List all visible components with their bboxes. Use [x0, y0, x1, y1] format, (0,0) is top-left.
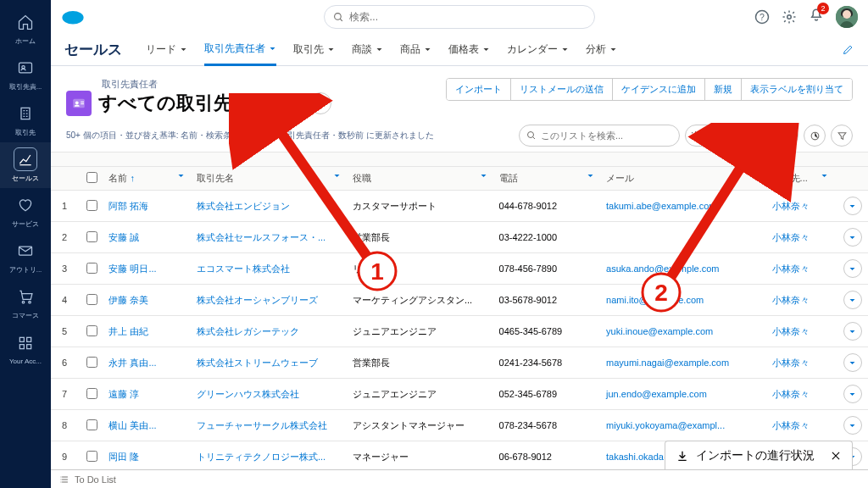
- list-settings-button[interactable]: [685, 125, 717, 147]
- cell-name[interactable]: 永井 真由...: [108, 358, 156, 368]
- pin-list-button[interactable]: [309, 92, 331, 114]
- inline-edit-button[interactable]: [776, 125, 798, 147]
- close-icon[interactable]: [830, 450, 842, 462]
- row-checkbox[interactable]: [78, 410, 105, 441]
- cell-owner[interactable]: 小林奈々: [772, 295, 810, 305]
- user-avatar[interactable]: [836, 6, 858, 28]
- cell-email[interactable]: jun.endo@example.com: [606, 389, 707, 399]
- cell-name[interactable]: 伊藤 奈美: [108, 295, 148, 305]
- tab-3[interactable]: 商談: [352, 34, 383, 66]
- vnav-sales[interactable]: セールス: [0, 142, 51, 188]
- cell-owner[interactable]: 小林奈々: [772, 232, 810, 242]
- setup-gear-icon[interactable]: [782, 9, 797, 25]
- col-4[interactable]: メール: [603, 167, 769, 191]
- action-2[interactable]: ケイデンスに追加: [613, 79, 705, 100]
- action-0[interactable]: インポート: [447, 79, 511, 100]
- cell-name[interactable]: 横山 美由...: [108, 420, 156, 430]
- cell-email[interactable]: mayumi.nagai@example.com: [606, 358, 729, 368]
- global-search-input[interactable]: [349, 11, 586, 23]
- row-menu-button[interactable]: [843, 291, 862, 309]
- vnav-youracc[interactable]: Your Acc...: [0, 325, 51, 371]
- row-checkbox[interactable]: [78, 285, 105, 316]
- row-menu-button[interactable]: [843, 259, 862, 278]
- cell-name[interactable]: 阿部 拓海: [108, 201, 148, 211]
- tab-2[interactable]: 取引先: [293, 34, 335, 66]
- vnav-service[interactable]: サービス: [0, 188, 51, 234]
- help-icon[interactable]: ?: [754, 9, 770, 25]
- tab-5[interactable]: 価格表: [448, 34, 490, 66]
- col-3[interactable]: 電話: [496, 167, 604, 191]
- cell-account[interactable]: フューチャーサークル株式会社: [197, 420, 327, 430]
- vnav-commerce[interactable]: コマース: [0, 280, 51, 325]
- cell-owner[interactable]: 小林奈々: [772, 420, 810, 430]
- row-menu-button[interactable]: [843, 385, 862, 403]
- cell-account[interactable]: トリニティテクノロジー株式...: [197, 452, 326, 462]
- cell-email[interactable]: miyuki.yokoyama@exampl...: [606, 420, 725, 430]
- tab-7[interactable]: 分析: [586, 34, 617, 66]
- refresh-button[interactable]: [749, 125, 771, 147]
- vnav-contacts[interactable]: 取引先責...: [0, 51, 51, 97]
- cell-email[interactable]: takumi.abe@example.com: [606, 201, 716, 211]
- row-menu-button[interactable]: [843, 322, 862, 341]
- vnav-accounts[interactable]: 取引先: [0, 97, 51, 142]
- tab-0[interactable]: リード: [146, 34, 187, 66]
- list-search[interactable]: [519, 125, 680, 147]
- col-select-all[interactable]: [78, 167, 105, 191]
- vnav-home[interactable]: ホーム: [0, 5, 51, 51]
- col-0[interactable]: 名前↑: [105, 167, 193, 191]
- edit-nav-icon[interactable]: [842, 43, 854, 56]
- list-view-title[interactable]: すべての取引先責任者: [98, 91, 303, 116]
- import-status-dock[interactable]: インポートの進行状況: [665, 441, 853, 469]
- row-menu-button[interactable]: [843, 353, 862, 372]
- action-1[interactable]: リストメールの送信: [511, 79, 613, 100]
- cell-name[interactable]: 遠藤 淳: [108, 389, 139, 399]
- cell-account[interactable]: グリーンハウス株式会社: [197, 389, 299, 399]
- cell-account[interactable]: 株式会社オーシャンブリーズ: [197, 295, 318, 305]
- global-search[interactable]: [324, 5, 595, 29]
- house-icon: [14, 10, 37, 34]
- row-checkbox[interactable]: [78, 222, 105, 253]
- cell-owner[interactable]: 小林奈々: [772, 263, 810, 274]
- cell-account[interactable]: 株式会社ストリームウェーブ: [197, 358, 318, 368]
- notifications-button[interactable]: 2: [809, 8, 824, 26]
- row-menu-button[interactable]: [843, 416, 862, 435]
- vnav-outreach[interactable]: アウトリ...: [0, 234, 51, 280]
- action-3[interactable]: 新規: [705, 79, 742, 100]
- cell-email[interactable]: nami.ito@example.com: [606, 295, 704, 305]
- row-checkbox[interactable]: [78, 191, 105, 222]
- cell-owner[interactable]: 小林奈々: [772, 201, 810, 211]
- row-checkbox[interactable]: [78, 253, 105, 285]
- cell-account[interactable]: 株式会社レガシーテック: [197, 326, 299, 336]
- tab-1[interactable]: 取引先責任者: [204, 34, 276, 66]
- col-rownum: [51, 167, 78, 191]
- cell-account[interactable]: 株式会社エンビジョン: [197, 201, 290, 211]
- row-checkbox[interactable]: [78, 347, 105, 379]
- cell-name[interactable]: 安藤 明日...: [108, 263, 156, 274]
- col-5[interactable]: 取引先...: [769, 167, 837, 191]
- filter-button[interactable]: [831, 125, 853, 147]
- cell-name[interactable]: 井上 由紀: [108, 326, 148, 336]
- row-menu-button[interactable]: [843, 228, 862, 247]
- utility-todo[interactable]: To Do List: [75, 474, 116, 485]
- tab-6[interactable]: カレンダー: [507, 34, 569, 66]
- cell-account[interactable]: 株式会社セールスフォース・...: [197, 232, 326, 242]
- row-checkbox[interactable]: [78, 379, 105, 410]
- chart-button[interactable]: [804, 125, 826, 147]
- cell-owner[interactable]: 小林奈々: [772, 389, 810, 399]
- row-checkbox[interactable]: [78, 441, 105, 470]
- col-1[interactable]: 取引先名: [193, 167, 349, 191]
- row-menu-button[interactable]: [843, 197, 862, 215]
- cell-email[interactable]: asuka.ando@example.com: [606, 263, 719, 274]
- row-checkbox[interactable]: [78, 316, 105, 347]
- cell-owner[interactable]: 小林奈々: [772, 358, 810, 368]
- display-toggle-button[interactable]: [722, 125, 744, 147]
- cell-owner[interactable]: 小林奈々: [772, 326, 810, 336]
- tab-4[interactable]: 商品: [400, 34, 431, 66]
- cell-account[interactable]: エコスマート株式会社: [197, 263, 290, 274]
- action-4[interactable]: 表示ラベルを割り当て: [742, 79, 852, 100]
- cell-email[interactable]: yuki.inoue@example.com: [606, 326, 713, 336]
- list-search-input[interactable]: [541, 130, 672, 141]
- col-2[interactable]: 役職: [349, 167, 496, 191]
- cell-name[interactable]: 岡田 隆: [108, 452, 139, 462]
- cell-name[interactable]: 安藤 誠: [108, 232, 139, 242]
